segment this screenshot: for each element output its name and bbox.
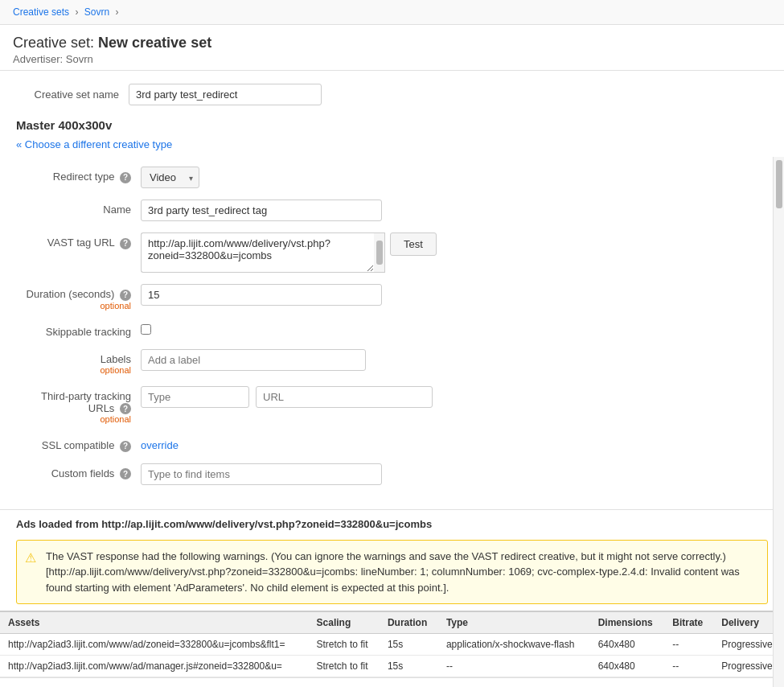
duration-control (141, 284, 768, 306)
advertiser-info: Advertiser: Sovrn (13, 53, 771, 65)
labels-control (141, 349, 768, 371)
main-content: Creative set name Master 400x300v « Choo… (0, 71, 784, 509)
custom-fields-help-icon[interactable]: ? (120, 468, 131, 479)
creative-set-name-label: Creative set name (16, 88, 129, 101)
footer-buttons: Save Cancel (0, 677, 784, 687)
creative-set-name-row: Creative set name (16, 84, 768, 105)
choose-creative-type-link[interactable]: « Choose a different creative type (16, 138, 172, 150)
cell-duration: 15s (380, 634, 438, 656)
test-button[interactable]: Test (390, 232, 437, 256)
page-title-name: New creative set (98, 35, 211, 51)
duration-input[interactable] (141, 284, 382, 306)
tracking-label: Third-party tracking URLs ? optional (16, 386, 141, 425)
redirect-type-select[interactable]: Video Image Flash (141, 167, 199, 188)
breadcrumb-creative-sets[interactable]: Creative sets (13, 6, 69, 18)
vast-tag-row: VAST tag URL ? http://ap.lijit.com/www/d… (16, 232, 768, 273)
duration-help-icon[interactable]: ? (120, 290, 131, 301)
name-row: Name (16, 200, 768, 221)
col-scaling: Scaling (309, 611, 380, 634)
warning-box: ⚠ The VAST response had the following wa… (16, 540, 768, 605)
col-dimensions: Dimensions (590, 611, 665, 634)
custom-fields-input[interactable] (141, 463, 382, 485)
warning-icon: ⚠ (25, 549, 36, 568)
duration-optional: optional (16, 301, 131, 311)
ads-loaded-header: Ads loaded from http://ap.lijit.com/www/… (0, 509, 784, 535)
redirect-type-label: Redirect type ? (16, 167, 141, 183)
cell-bitrate: -- (664, 656, 713, 677)
labels-label: Labels optional (16, 349, 141, 375)
page-title: Creative set: New creative set (13, 35, 771, 51)
right-scrollbar[interactable] (773, 157, 784, 687)
warning-text: The VAST response had the following warn… (46, 550, 740, 594)
breadcrumb: Creative sets › Sovrn › (0, 0, 784, 25)
custom-fields-row: Custom fields ? (16, 463, 768, 485)
custom-fields-label: Custom fields ? (16, 463, 141, 480)
redirect-type-help-icon[interactable]: ? (120, 172, 131, 183)
vast-tag-scrollbar (374, 232, 385, 273)
tracking-help-icon[interactable]: ? (120, 403, 131, 414)
ssl-control: override (141, 435, 768, 451)
breadcrumb-sep1: › (75, 6, 78, 18)
col-bitrate: Bitrate (664, 611, 713, 634)
redirect-type-control: Video Image Flash ▾ (141, 167, 768, 188)
cell-duration: 15s (380, 656, 438, 677)
advertiser-name: Sovrn (66, 53, 93, 65)
table-row: http://vap2iad3.lijit.com/www/ad/manager… (0, 656, 784, 677)
vast-tag-control: http://ap.lijit.com/www/delivery/vst.php… (141, 232, 768, 273)
tracking-type-input[interactable] (141, 386, 249, 408)
custom-fields-control (141, 463, 768, 485)
cell-asset: http://vap2iad3.lijit.com/www/ad/manager… (0, 656, 309, 677)
cell-dimensions: 640x480 (590, 656, 665, 677)
duration-label: Duration (seconds) ? optional (16, 284, 141, 311)
tracking-url-input[interactable] (256, 386, 433, 408)
skippable-checkbox[interactable] (141, 324, 151, 335)
labels-optional: optional (16, 365, 131, 375)
vast-tag-help-icon[interactable]: ? (120, 238, 131, 249)
vast-tag-input[interactable]: http://ap.lijit.com/www/delivery/vst.php… (141, 232, 374, 273)
cell-bitrate: -- (664, 634, 713, 656)
table-header-row: Assets Scaling Duration Type Dimensions … (0, 611, 784, 634)
creative-set-name-input[interactable] (129, 84, 322, 105)
cell-dimensions: 640x480 (590, 634, 665, 656)
scrollbar-thumb (376, 241, 383, 265)
ssl-row: SSL compatible ? override (16, 435, 768, 452)
scrollbar-thumb-right (776, 160, 782, 208)
redirect-type-select-wrapper: Video Image Flash ▾ (141, 167, 199, 188)
ssl-help-icon[interactable]: ? (120, 441, 131, 452)
duration-row: Duration (seconds) ? optional (16, 284, 768, 311)
tracking-control (141, 386, 768, 408)
name-input[interactable] (141, 200, 382, 221)
skippable-row: Skippable tracking (16, 322, 768, 338)
form-section: Redirect type ? Video Image Flash ▾ (16, 167, 768, 485)
cell-type: -- (438, 656, 590, 677)
table-row: http://vap2iad3.lijit.com/www/ad/zoneid=… (0, 634, 784, 656)
page-wrapper: Creative sets › Sovrn › Creative set: Ne… (0, 0, 784, 687)
skippable-control (141, 322, 768, 335)
redirect-type-row: Redirect type ? Video Image Flash ▾ (16, 167, 768, 188)
cell-scaling: Stretch to fit (309, 634, 380, 656)
col-assets: Assets (0, 611, 309, 634)
vast-tag-label: VAST tag URL ? (16, 232, 141, 249)
breadcrumb-sovrn[interactable]: Sovrn (84, 6, 109, 18)
cell-scaling: Stretch to fit (309, 656, 380, 677)
skippable-label: Skippable tracking (16, 322, 141, 338)
advertiser-label: Advertiser: (13, 53, 63, 65)
assets-table: Assets Scaling Duration Type Dimensions … (0, 611, 784, 677)
page-header: Creative set: New creative set Advertise… (0, 25, 784, 71)
labels-row: Labels optional (16, 349, 768, 375)
name-label: Name (16, 200, 141, 216)
labels-input[interactable] (141, 349, 366, 371)
cell-type: application/x-shockwave-flash (438, 634, 590, 656)
breadcrumb-sep2: › (115, 6, 118, 18)
cell-asset: http://vap2iad3.lijit.com/www/ad/zoneid=… (0, 634, 309, 656)
tracking-row: Third-party tracking URLs ? optional (16, 386, 768, 425)
ssl-override-link[interactable]: override (141, 435, 179, 451)
name-control (141, 200, 768, 221)
col-duration: Duration (380, 611, 438, 634)
master-size-title: Master 400x300v (16, 118, 768, 132)
col-type: Type (438, 611, 590, 634)
ssl-label: SSL compatible ? (16, 435, 141, 452)
tracking-optional: optional (16, 414, 131, 424)
